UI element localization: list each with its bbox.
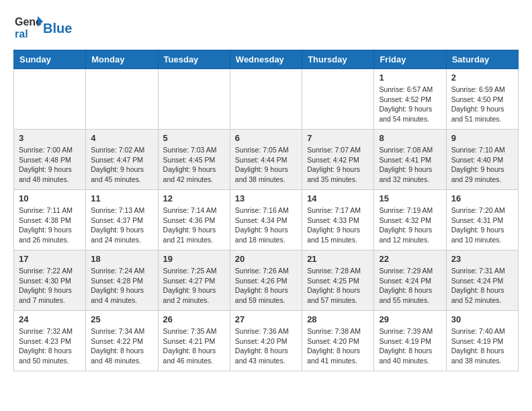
logo-container: Gene ral Blue (13, 13, 72, 43)
day-number: 14 (307, 193, 369, 203)
calendar-cell: 5Sunrise: 7:03 AM Sunset: 4:45 PM Daylig… (158, 130, 230, 190)
day-number: 9 (451, 133, 513, 143)
day-info: Sunrise: 7:02 AM Sunset: 4:47 PM Dayligh… (91, 145, 152, 185)
calendar-week-row: 17Sunrise: 7:22 AM Sunset: 4:30 PM Dayli… (14, 250, 519, 311)
day-info: Sunrise: 7:03 AM Sunset: 4:45 PM Dayligh… (163, 145, 225, 185)
day-number: 1 (379, 73, 441, 83)
calendar-cell: 11Sunrise: 7:13 AM Sunset: 4:37 PM Dayli… (86, 190, 158, 250)
calendar-cell (158, 69, 230, 130)
day-number: 21 (307, 254, 369, 264)
calendar-week-row: 3Sunrise: 7:00 AM Sunset: 4:48 PM Daylig… (14, 130, 519, 190)
calendar-cell: 12Sunrise: 7:14 AM Sunset: 4:36 PM Dayli… (158, 190, 230, 250)
day-number: 4 (91, 133, 152, 143)
day-info: Sunrise: 6:57 AM Sunset: 4:52 PM Dayligh… (379, 85, 441, 124)
calendar-cell: 7Sunrise: 7:07 AM Sunset: 4:42 PM Daylig… (302, 130, 374, 190)
calendar-cell: 21Sunrise: 7:28 AM Sunset: 4:25 PM Dayli… (302, 250, 374, 311)
day-info: Sunrise: 7:24 AM Sunset: 4:28 PM Dayligh… (91, 266, 152, 306)
day-info: Sunrise: 7:11 AM Sunset: 4:38 PM Dayligh… (19, 205, 81, 245)
day-info: Sunrise: 7:07 AM Sunset: 4:42 PM Dayligh… (307, 145, 369, 185)
calendar-cell: 8Sunrise: 7:08 AM Sunset: 4:41 PM Daylig… (374, 130, 446, 190)
day-info: Sunrise: 7:10 AM Sunset: 4:40 PM Dayligh… (451, 145, 513, 185)
day-number: 11 (91, 193, 152, 203)
day-number: 2 (451, 73, 513, 83)
calendar-table: SundayMondayTuesdayWednesdayThursdayFrid… (13, 50, 519, 371)
calendar-cell: 30Sunrise: 7:40 AM Sunset: 4:19 PM Dayli… (446, 311, 518, 371)
day-number: 17 (19, 254, 81, 264)
day-number: 13 (235, 193, 297, 203)
day-info: Sunrise: 7:00 AM Sunset: 4:48 PM Dayligh… (19, 145, 81, 185)
weekday-header-thursday: Thursday (302, 50, 374, 69)
day-number: 12 (163, 193, 225, 203)
calendar-cell (14, 69, 86, 130)
calendar-cell: 9Sunrise: 7:10 AM Sunset: 4:40 PM Daylig… (446, 130, 518, 190)
calendar-cell: 19Sunrise: 7:25 AM Sunset: 4:27 PM Dayli… (158, 250, 230, 311)
calendar-header-row: SundayMondayTuesdayWednesdayThursdayFrid… (14, 50, 519, 69)
calendar-cell: 23Sunrise: 7:31 AM Sunset: 4:24 PM Dayli… (446, 250, 518, 311)
day-info: Sunrise: 7:32 AM Sunset: 4:23 PM Dayligh… (19, 326, 81, 366)
day-info: Sunrise: 7:28 AM Sunset: 4:25 PM Dayligh… (307, 266, 369, 306)
day-info: Sunrise: 7:38 AM Sunset: 4:20 PM Dayligh… (307, 326, 369, 366)
weekday-header-friday: Friday (374, 50, 446, 69)
calendar-cell (230, 69, 302, 130)
calendar-cell: 1Sunrise: 6:57 AM Sunset: 4:52 PM Daylig… (374, 69, 446, 130)
day-number: 10 (19, 193, 81, 203)
day-number: 3 (19, 133, 81, 143)
day-info: Sunrise: 7:35 AM Sunset: 4:21 PM Dayligh… (163, 326, 225, 366)
calendar-cell: 24Sunrise: 7:32 AM Sunset: 4:23 PM Dayli… (14, 311, 86, 371)
day-info: Sunrise: 7:34 AM Sunset: 4:22 PM Dayligh… (91, 326, 152, 366)
day-number: 22 (379, 254, 441, 264)
day-info: Sunrise: 7:20 AM Sunset: 4:31 PM Dayligh… (451, 205, 513, 245)
calendar-cell (302, 69, 374, 130)
logo: Gene ral Blue (13, 13, 72, 43)
calendar-cell: 22Sunrise: 7:29 AM Sunset: 4:24 PM Dayli… (374, 250, 446, 311)
calendar-cell: 15Sunrise: 7:19 AM Sunset: 4:32 PM Dayli… (374, 190, 446, 250)
calendar-cell: 29Sunrise: 7:39 AM Sunset: 4:19 PM Dayli… (374, 311, 446, 371)
day-number: 28 (307, 314, 369, 324)
weekday-header-sunday: Sunday (14, 50, 86, 69)
day-number: 5 (163, 133, 225, 143)
calendar-cell: 14Sunrise: 7:17 AM Sunset: 4:33 PM Dayli… (302, 190, 374, 250)
day-info: Sunrise: 6:59 AM Sunset: 4:50 PM Dayligh… (451, 85, 513, 124)
day-info: Sunrise: 7:39 AM Sunset: 4:19 PM Dayligh… (379, 326, 441, 366)
day-number: 26 (163, 314, 225, 324)
day-number: 18 (91, 254, 152, 264)
calendar-cell: 20Sunrise: 7:26 AM Sunset: 4:26 PM Dayli… (230, 250, 302, 311)
day-info: Sunrise: 7:14 AM Sunset: 4:36 PM Dayligh… (163, 205, 225, 245)
day-number: 27 (235, 314, 297, 324)
day-number: 29 (379, 314, 441, 324)
day-number: 24 (19, 314, 81, 324)
day-info: Sunrise: 7:36 AM Sunset: 4:20 PM Dayligh… (235, 326, 297, 366)
calendar-cell: 26Sunrise: 7:35 AM Sunset: 4:21 PM Dayli… (158, 311, 230, 371)
day-number: 8 (379, 133, 441, 143)
day-info: Sunrise: 7:31 AM Sunset: 4:24 PM Dayligh… (451, 266, 513, 306)
calendar-cell (86, 69, 158, 130)
day-info: Sunrise: 7:40 AM Sunset: 4:19 PM Dayligh… (451, 326, 513, 366)
calendar-cell: 4Sunrise: 7:02 AM Sunset: 4:47 PM Daylig… (86, 130, 158, 190)
calendar-cell: 17Sunrise: 7:22 AM Sunset: 4:30 PM Dayli… (14, 250, 86, 311)
day-info: Sunrise: 7:19 AM Sunset: 4:32 PM Dayligh… (379, 205, 441, 245)
day-number: 23 (451, 254, 513, 264)
logo-blue-text: Blue (43, 21, 72, 36)
svg-text:ral: ral (15, 28, 28, 40)
day-info: Sunrise: 7:25 AM Sunset: 4:27 PM Dayligh… (163, 266, 225, 306)
calendar-cell: 3Sunrise: 7:00 AM Sunset: 4:48 PM Daylig… (14, 130, 86, 190)
calendar-cell: 2Sunrise: 6:59 AM Sunset: 4:50 PM Daylig… (446, 69, 518, 130)
day-number: 20 (235, 254, 297, 264)
day-info: Sunrise: 7:13 AM Sunset: 4:37 PM Dayligh… (91, 205, 152, 245)
weekday-header-monday: Monday (86, 50, 158, 69)
day-info: Sunrise: 7:05 AM Sunset: 4:44 PM Dayligh… (235, 145, 297, 185)
calendar-cell: 6Sunrise: 7:05 AM Sunset: 4:44 PM Daylig… (230, 130, 302, 190)
day-info: Sunrise: 7:08 AM Sunset: 4:41 PM Dayligh… (379, 145, 441, 185)
calendar-cell: 16Sunrise: 7:20 AM Sunset: 4:31 PM Dayli… (446, 190, 518, 250)
day-info: Sunrise: 7:29 AM Sunset: 4:24 PM Dayligh… (379, 266, 441, 306)
calendar-week-row: 24Sunrise: 7:32 AM Sunset: 4:23 PM Dayli… (14, 311, 519, 371)
logo-icon: Gene ral (13, 13, 43, 43)
page-header: Gene ral Blue (13, 13, 519, 43)
day-number: 15 (379, 193, 441, 203)
calendar-cell: 27Sunrise: 7:36 AM Sunset: 4:20 PM Dayli… (230, 311, 302, 371)
calendar-cell: 13Sunrise: 7:16 AM Sunset: 4:34 PM Dayli… (230, 190, 302, 250)
day-info: Sunrise: 7:17 AM Sunset: 4:33 PM Dayligh… (307, 205, 369, 245)
day-info: Sunrise: 7:26 AM Sunset: 4:26 PM Dayligh… (235, 266, 297, 306)
day-number: 19 (163, 254, 225, 264)
day-number: 7 (307, 133, 369, 143)
